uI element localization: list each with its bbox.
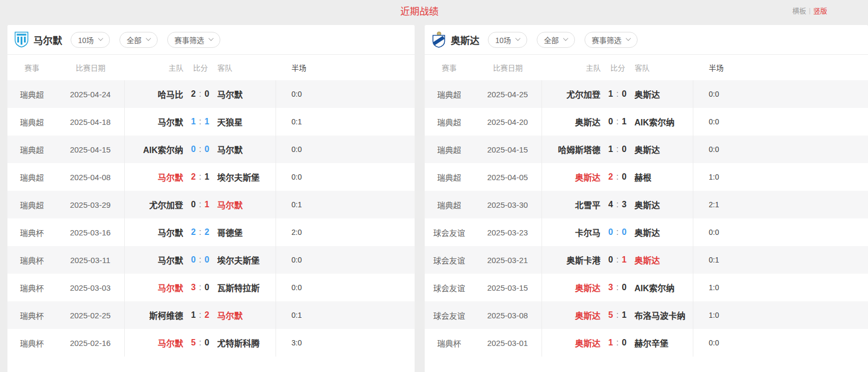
score-colon: : <box>199 89 201 99</box>
halftime-cell: 0:1 <box>693 246 868 274</box>
match-cell: 马尔默3:0瓦斯特拉斯 <box>125 274 276 301</box>
date-cell: 2025-02-25 <box>56 301 125 329</box>
date-cell: 2025-03-11 <box>56 246 125 274</box>
col-header-date: 比赛日期 <box>56 62 125 73</box>
halftime-cell: 1:0 <box>693 163 868 191</box>
match-row: 瑞典超2025-04-05奥斯达2:0赫根1:0 <box>425 163 868 191</box>
match-row: 球会友谊2025-03-15奥斯达3:0AIK索尔纳1:0 <box>425 274 868 301</box>
home-score: 0 <box>191 200 196 209</box>
match-row: 瑞典杯2025-03-01奥斯达1:0赫尔辛堡0:0 <box>425 329 868 357</box>
competition-filter-value: 赛事筛选 <box>175 35 204 45</box>
competition-filter-dropdown[interactable]: 赛事筛选 <box>167 32 220 48</box>
away-team-name: 赫根 <box>634 171 693 183</box>
score: 1:2 <box>183 310 217 320</box>
venue-filter-dropdown[interactable]: 全部 <box>537 32 575 48</box>
match-cell: 马尔默2:1埃尔夫斯堡 <box>125 163 276 191</box>
recent-results-panels: 马尔默 10场 全部 赛事筛选 赛事 比赛日期 主队 比分 客队 半场 <box>7 25 868 372</box>
away-team-name: 马尔默 <box>217 198 276 211</box>
away-score: 0 <box>204 255 209 265</box>
date-cell: 2025-03-01 <box>474 329 542 357</box>
layout-toggle-divider: | <box>809 6 811 14</box>
home-score: 3 <box>608 283 613 292</box>
league-cell: 瑞典超 <box>7 108 56 136</box>
match-cell: 马尔默2:2哥德堡 <box>125 218 276 246</box>
halftime-cell: 0:0 <box>276 163 415 191</box>
chevron-down-icon <box>145 36 151 41</box>
layout-vertical-link[interactable]: 竖版 <box>813 5 827 15</box>
home-team-name: 奥斯达 <box>542 115 600 128</box>
match-row: 瑞典超2025-04-25尤尔加登1:0奥斯达0:0 <box>425 80 868 108</box>
home-score: 1 <box>191 310 196 320</box>
date-cell: 2025-04-18 <box>56 108 125 136</box>
away-score: 2 <box>204 310 209 320</box>
match-row: 瑞典杯2025-03-11马尔默0:0埃尔夫斯堡0:0 <box>7 246 415 274</box>
score-colon: : <box>199 117 201 126</box>
match-row: 瑞典超2025-04-18马尔默1:1天狼星0:1 <box>7 108 415 136</box>
date-cell: 2025-04-15 <box>474 136 542 163</box>
competition-filter-dropdown[interactable]: 赛事筛选 <box>585 32 638 48</box>
score: 5:1 <box>600 310 634 320</box>
matches-count-dropdown[interactable]: 10场 <box>71 32 110 48</box>
home-team-name: 北雪平 <box>542 198 600 211</box>
home-score: 0 <box>608 227 613 237</box>
away-score: 1 <box>622 310 626 320</box>
match-row: 瑞典超2025-04-15AIK索尔纳0:0马尔默0:0 <box>7 136 415 163</box>
home-team-name: 马尔默 <box>125 171 183 183</box>
score: 5:0 <box>183 338 217 348</box>
home-team-name: 马尔默 <box>125 115 183 128</box>
league-cell: 球会友谊 <box>425 274 474 301</box>
away-team-name: AIK索尔纳 <box>634 115 693 128</box>
score: 1:0 <box>600 89 634 99</box>
score-colon: : <box>616 89 618 99</box>
away-score: 1 <box>622 117 626 126</box>
matches-count-dropdown[interactable]: 10场 <box>488 32 527 48</box>
match-row: 瑞典杯2025-03-16马尔默2:2哥德堡2:0 <box>7 218 415 246</box>
away-score: 1 <box>204 200 209 209</box>
score-colon: : <box>199 172 201 182</box>
match-row: 球会友谊2025-03-08奥斯达5:1布洛马波卡纳1:0 <box>425 301 868 329</box>
score-colon: : <box>199 227 201 237</box>
score-colon: : <box>199 338 201 348</box>
col-header-score: 比分 <box>184 62 218 73</box>
score-colon: : <box>616 310 618 320</box>
home-score: 2 <box>191 89 196 99</box>
chevron-down-icon <box>515 36 520 41</box>
page-title: 近期战绩 <box>0 4 839 18</box>
home-score: 2 <box>191 227 196 237</box>
home-score: 5 <box>608 310 613 320</box>
col-header-home: 主队 <box>125 62 184 73</box>
home-score: 0 <box>608 117 613 126</box>
halftime-cell: 0:0 <box>693 80 868 108</box>
match-row: 瑞典杯2025-03-03马尔默3:0瓦斯特拉斯0:0 <box>7 274 415 301</box>
venue-filter-value: 全部 <box>544 35 559 45</box>
date-cell: 2025-03-08 <box>474 301 542 329</box>
team-name: 马尔默 <box>33 33 62 47</box>
date-cell: 2025-04-15 <box>56 136 125 163</box>
away-team-name: 奥斯达 <box>634 143 693 156</box>
halftime-cell: 3:0 <box>276 329 415 357</box>
league-cell: 瑞典杯 <box>7 301 56 329</box>
league-cell: 球会友谊 <box>425 301 474 329</box>
score-colon: : <box>616 255 618 265</box>
home-score: 2 <box>191 172 196 182</box>
date-cell: 2025-03-23 <box>474 218 542 246</box>
halftime-cell: 0:0 <box>276 136 415 163</box>
home-team-name: 尤尔加登 <box>542 88 600 100</box>
venue-filter-dropdown[interactable]: 全部 <box>119 32 158 48</box>
halftime-cell: 0:0 <box>693 136 868 163</box>
away-score: 0 <box>622 172 626 182</box>
away-score: 3 <box>622 200 626 209</box>
match-row: 瑞典超2025-04-15哈姆斯塔德1:0奥斯达0:0 <box>425 136 868 163</box>
score: 4:3 <box>600 200 634 209</box>
date-cell: 2025-04-08 <box>56 163 125 191</box>
date-cell: 2025-03-03 <box>56 274 125 301</box>
date-cell: 2025-04-05 <box>474 163 542 191</box>
match-row: 瑞典杯2025-02-25斯柯维德1:2马尔默0:1 <box>7 301 415 329</box>
competition-filter-value: 赛事筛选 <box>592 35 622 45</box>
layout-horizontal-link[interactable]: 横板 <box>793 5 806 15</box>
score: 0:0 <box>600 227 634 237</box>
league-cell: 瑞典杯 <box>7 274 56 301</box>
score: 0:1 <box>183 200 217 209</box>
halftime-cell: 2:0 <box>276 218 415 246</box>
score: 1:0 <box>600 145 634 154</box>
